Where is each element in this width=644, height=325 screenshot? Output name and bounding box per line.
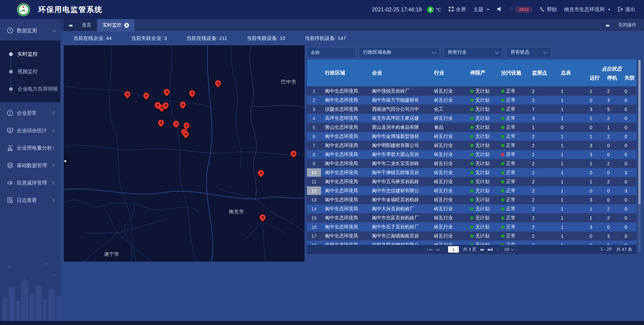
- sidebar-item-3[interactable]: 企业综合统计: [0, 124, 60, 137]
- logout-button[interactable]: 退出: [618, 6, 635, 13]
- table-row[interactable]: 10阆中生态环境局阆中千佛镇五郎垭页岩砖瓦行业无计划正常21003: [307, 168, 636, 177]
- sidebar-subitem-label: 实时监控: [17, 51, 38, 57]
- sidebar-submenu: 实时监控视频监控企业电力负荷明细: [0, 41, 60, 102]
- table-row[interactable]: 5营山生态环境局营山县润丰肉食品有限食品无计划正常10010: [307, 123, 636, 131]
- limit-status-label: 无计划: [475, 170, 489, 176]
- stopped-cell: 0: [604, 196, 622, 204]
- stopped-cell: 1: [604, 123, 622, 131]
- fullscreen-button[interactable]: 全屏: [448, 6, 466, 13]
- prev-page-button[interactable]: ◀◀: [436, 248, 439, 251]
- stopped-cell: 2: [604, 177, 622, 186]
- theme-menu[interactable]: 主题: [473, 6, 489, 13]
- megaphone-icon: [7, 179, 13, 186]
- sidebar-item-5[interactable]: 基础数据管理: [0, 159, 60, 172]
- status-dot-icon: [470, 171, 474, 174]
- tab-1[interactable]: 首页: [76, 19, 97, 31]
- points-cell: 2: [529, 223, 558, 231]
- sidebar-item-6[interactable]: 应急减排管理: [0, 176, 60, 189]
- last-page-button[interactable]: ▶▶: [488, 248, 492, 251]
- company-cell: 阆中千佛镇五郎垭页岩: [368, 168, 430, 177]
- scrollbar-thumb[interactable]: [638, 60, 641, 204]
- offline-cell: 0: [622, 159, 636, 168]
- running-cell: 2: [587, 114, 604, 122]
- sidebar-item-2[interactable]: 企业异常: [0, 106, 60, 120]
- status-dot-icon: [470, 117, 474, 120]
- sidebar-subitem[interactable]: 企业电力负荷明细: [0, 80, 60, 98]
- status-filter-select[interactable]: 所有状态: [506, 47, 551, 58]
- tab-close-icon[interactable]: ×: [124, 23, 129, 28]
- facility-status-cell: 异常: [498, 150, 529, 159]
- sidebar-item-1[interactable]: 数据监测: [0, 22, 60, 39]
- tab-2[interactable]: 实时监控×: [97, 19, 135, 31]
- table-row[interactable]: 14阆中生态环境局阆中大兴页岩机砖厂砖瓦行业无计划正常21120: [307, 205, 636, 213]
- offline-cell: 0: [622, 105, 636, 113]
- table-row[interactable]: 9阆中生态环境局阆中市二龙长宝页岩砖砖瓦行业无计划正常21120: [307, 159, 636, 168]
- status-dot-icon: [470, 162, 474, 165]
- page-number-input[interactable]: [448, 246, 459, 253]
- table-row[interactable]: 13阆中生态环境局阆中市金福旺页岩机砖砖瓦行业无计划正常21300: [307, 196, 636, 204]
- sidebar-subitem[interactable]: 视频监控: [0, 63, 60, 80]
- company-cell: 南部县双龙建材有限公: [368, 241, 430, 245]
- tabs-scroll-right-button[interactable]: ▶▶: [606, 23, 609, 27]
- points-cell: 2: [529, 205, 558, 213]
- name-filter-input[interactable]: [307, 47, 356, 58]
- tabs-scroll-left-button[interactable]: ◀◀: [64, 19, 76, 31]
- column-header-limit: 停限产: [468, 59, 498, 86]
- meter-cell: 1: [558, 87, 587, 95]
- region-cell: 阆中生态环境局: [321, 196, 368, 204]
- limit-status-label: 无计划: [475, 224, 489, 230]
- points-cell: 2: [529, 196, 558, 204]
- table-row[interactable]: 17阆中生态环境局阆中市江南镇阆南页岩砖瓦行业无计划正常21030: [307, 232, 636, 240]
- points-cell: 2: [529, 141, 558, 150]
- close-operations-button[interactable]: 关闭操作: [618, 22, 637, 28]
- chevron-left-icon: [52, 198, 56, 202]
- table-row[interactable]: 6阆中生态环境局阆中市金博瑞新型墙材砖瓦行业无计划正常21120: [307, 132, 636, 141]
- industry-filter-select[interactable]: 所有行业: [443, 47, 503, 58]
- sidebar-subitem[interactable]: 实时监控: [0, 45, 60, 63]
- page-size-select[interactable]: 20: [502, 246, 516, 253]
- sidebar-item-7[interactable]: 日志查看: [0, 194, 60, 207]
- meter-cell: 1: [558, 114, 587, 122]
- bullet-dot-icon: [9, 70, 13, 73]
- table-row[interactable]: 16阆中生态环境局阆中市石子页岩机砖厂砖瓦行业无计划正常21300: [307, 223, 636, 231]
- facility-status-cell: 正常: [498, 96, 529, 104]
- region-cell: 阆中生态环境局: [321, 159, 368, 168]
- facility-status-label: 正常: [506, 233, 516, 239]
- status-dot-icon: [501, 99, 504, 102]
- table-row[interactable]: 12阆中生态环境局阆中市忠信建材有限公砖瓦行业无计划正常21003: [307, 186, 636, 195]
- column-header-points: 监测点: [529, 59, 558, 86]
- table-row[interactable]: 15阆中生态环境局阆中市光富页岩机砖厂砖瓦行业无计划正常21120: [307, 214, 636, 222]
- limit-status-label: 无计划: [475, 115, 489, 121]
- status-dot-icon: [501, 90, 504, 93]
- table-row[interactable]: 2阆中生态环境局阆中市南方节能建材有砖瓦行业无计划正常21030: [307, 96, 636, 104]
- table-row[interactable]: 18南部生态环境局南部县双龙建材有限公砖瓦行业无计划正常21060: [307, 241, 636, 245]
- map-panel[interactable]: 巴中市南充市遂宁市 ◀: [64, 45, 305, 262]
- sidebar-item-label: 企业异常: [17, 110, 53, 116]
- region-filter-select[interactable]: 行政区域名称: [359, 47, 440, 58]
- points-cell: 2: [529, 132, 558, 141]
- table-row[interactable]: 8阆中生态环境局阆中市枣碧大梁山页岩砖瓦行业无计划异常21300: [307, 150, 636, 159]
- table-row[interactable]: 11阆中生态环境局阆中市五马桥页岩机砖砖瓦行业无计划正常21120: [307, 177, 636, 186]
- region-cell: 阆中生态环境局: [321, 232, 368, 240]
- table-row[interactable]: 7阆中生态环境局阆中明阳建材有限公司砖瓦行业无计划正常21300: [307, 141, 636, 150]
- company-cell: 西南油气田分公司川中: [368, 105, 430, 113]
- table-scrollbar[interactable]: [638, 59, 641, 252]
- help-button[interactable]: 帮助: [540, 6, 557, 13]
- org-menu[interactable]: 南充市生态环境局: [564, 6, 610, 13]
- offline-cell: 0: [622, 87, 636, 95]
- clock-icon: [7, 27, 13, 34]
- table-row[interactable]: 3仪陇生态环境局西南油气田分公司川中化工无计划正常71350: [307, 105, 636, 113]
- notifications-button[interactable]: 2632: [509, 6, 532, 13]
- pager-separator: |: [496, 247, 497, 252]
- table-row[interactable]: 4高坪生态环境局南充市高坪区王家店建砖瓦行业无计划正常31220: [307, 114, 636, 122]
- limit-status-label: 无计划: [475, 152, 489, 158]
- running-cell: 0: [587, 232, 604, 240]
- stopped-cell: 6: [604, 241, 622, 245]
- mute-button[interactable]: [497, 6, 502, 13]
- sidebar-subitem-label: 视频监控: [17, 68, 38, 75]
- next-page-button[interactable]: ▶▶: [481, 248, 484, 251]
- status-dot-icon: [470, 198, 474, 202]
- sidebar-item-4[interactable]: 企业用电量分析: [0, 141, 60, 155]
- table-row[interactable]: 1阆中生态环境局阆中强锐页岩砖厂砖瓦行业无计划正常21120: [307, 87, 636, 95]
- first-page-button[interactable]: ◀◀: [427, 248, 432, 251]
